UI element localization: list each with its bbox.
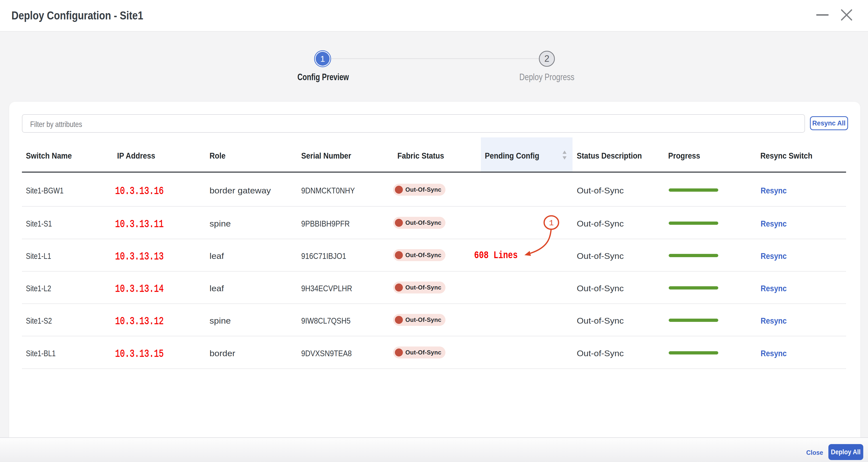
svg-text:1: 1 [549,219,554,228]
